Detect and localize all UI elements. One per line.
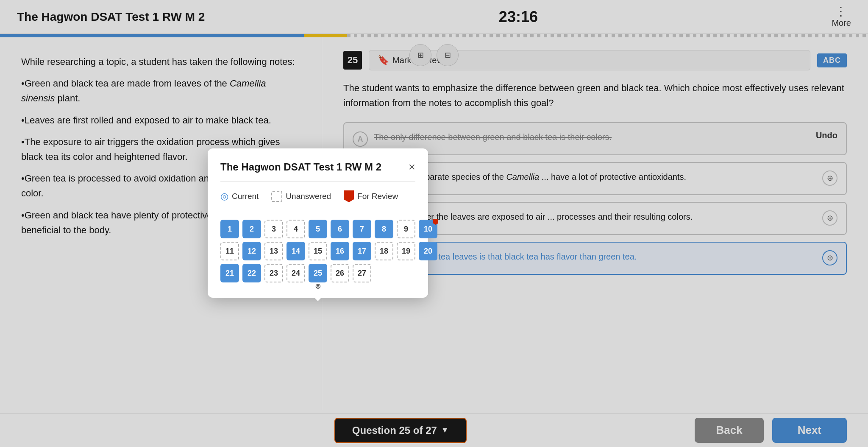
grid-number-9[interactable]: 9 bbox=[397, 220, 415, 238]
grid-number-23[interactable]: 23 bbox=[264, 264, 283, 282]
grid-number-1[interactable]: 1 bbox=[220, 220, 239, 238]
legend-current-item: ◎ Current bbox=[220, 191, 259, 202]
grid-number-16[interactable]: 16 bbox=[331, 242, 349, 260]
legend-divider bbox=[220, 211, 415, 211]
grid-number-13[interactable]: 13 bbox=[264, 242, 283, 260]
grid-number-6[interactable]: 6 bbox=[331, 220, 349, 238]
grid-number-4[interactable]: 4 bbox=[287, 220, 305, 238]
review-flag-icon bbox=[344, 190, 354, 202]
grid-number-24[interactable]: 24 bbox=[287, 264, 305, 282]
modal-close-button[interactable]: × bbox=[409, 161, 415, 173]
question-navigator-modal: The Hagwon DSAT Test 1 RW M 2 × ◎ Curren… bbox=[208, 148, 428, 298]
modal-title: The Hagwon DSAT Test 1 RW M 2 bbox=[220, 161, 381, 173]
legend-unanswered-item: Unanswered bbox=[271, 191, 331, 202]
grid-number-20[interactable]: 20 bbox=[419, 242, 437, 260]
current-icon: ◎ bbox=[220, 191, 228, 202]
grid-number-14[interactable]: 14 bbox=[287, 242, 305, 260]
grid-number-21[interactable]: 21 bbox=[220, 264, 239, 282]
unanswered-icon bbox=[271, 191, 282, 202]
grid-number-10[interactable]: 10 bbox=[419, 220, 437, 238]
grid-number-7[interactable]: 7 bbox=[353, 220, 371, 238]
grid-number-26[interactable]: 26 bbox=[331, 264, 349, 282]
grid-number-17[interactable]: 17 bbox=[353, 242, 371, 260]
legend-unanswered-label: Unanswered bbox=[286, 192, 331, 201]
grid-number-8[interactable]: 8 bbox=[375, 220, 393, 238]
modal-divider bbox=[220, 182, 415, 182]
legend-review-label: For Review bbox=[357, 192, 398, 201]
grid-number-25[interactable]: 25 bbox=[309, 264, 327, 282]
grid-number-5[interactable]: 5 bbox=[309, 220, 327, 238]
legend: ◎ Current Unanswered For Review bbox=[220, 190, 415, 202]
grid-number-3[interactable]: 3 bbox=[264, 220, 283, 238]
number-grid: 1234567891011121314151617181920212223242… bbox=[220, 220, 415, 282]
grid-number-18[interactable]: 18 bbox=[375, 242, 393, 260]
grid-number-15[interactable]: 15 bbox=[309, 242, 327, 260]
grid-number-27[interactable]: 27 bbox=[353, 264, 371, 282]
legend-review-item: For Review bbox=[344, 190, 398, 202]
grid-number-22[interactable]: 22 bbox=[242, 264, 261, 282]
grid-number-12[interactable]: 12 bbox=[242, 242, 261, 260]
grid-number-2[interactable]: 2 bbox=[242, 220, 261, 238]
grid-number-19[interactable]: 19 bbox=[397, 242, 415, 260]
grid-number-11[interactable]: 11 bbox=[220, 242, 239, 260]
modal-header: The Hagwon DSAT Test 1 RW M 2 × bbox=[220, 161, 415, 173]
legend-current-label: Current bbox=[232, 192, 259, 201]
